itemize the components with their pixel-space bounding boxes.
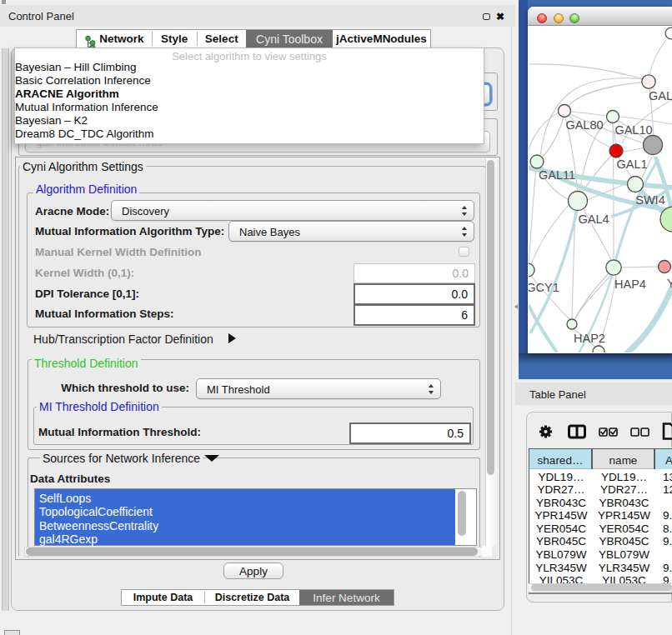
svg-text:GAL80: GAL80	[565, 118, 603, 132]
svg-text:GAL10: GAL10	[614, 123, 652, 137]
svg-text:GAL11: GAL11	[539, 168, 575, 182]
svg-text:SWI4: SWI4	[635, 193, 664, 207]
svg-text:YBR0: YBR0	[667, 277, 672, 290]
svg-text:GCY1: GCY1	[529, 281, 559, 294]
svg-text:HAP2: HAP2	[574, 332, 605, 345]
svg-text:GAL4: GAL4	[578, 212, 609, 226]
svg-text:GAL2: GAL2	[649, 89, 672, 102]
svg-text:HAP4: HAP4	[614, 278, 646, 291]
svg-text:GAL1: GAL1	[616, 158, 647, 171]
